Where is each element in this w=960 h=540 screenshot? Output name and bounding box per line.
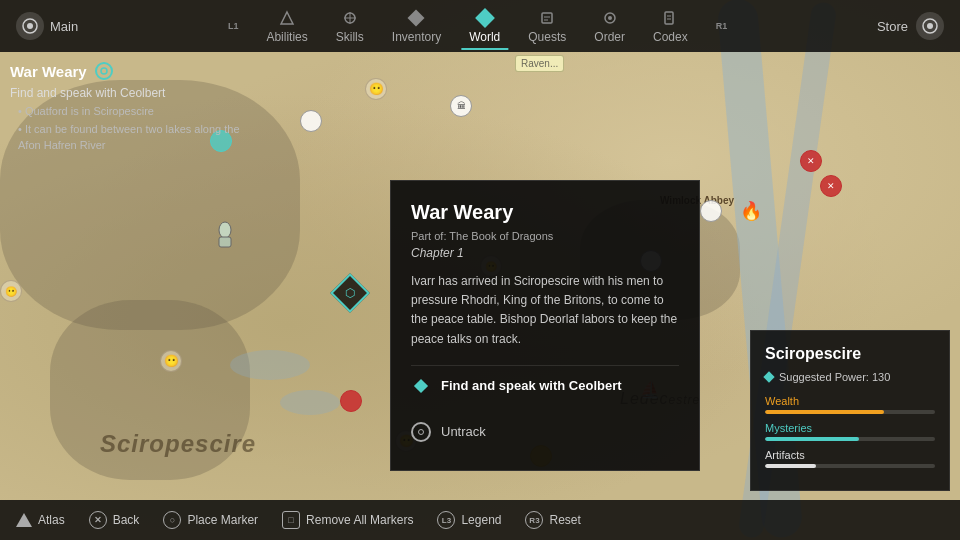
nav-abilities[interactable]: Abilities [252,3,321,50]
region-power: Suggested Power: 130 [765,371,935,383]
store-button[interactable]: Store [877,12,944,40]
region-panel: Sciropescire Suggested Power: 130 Wealth… [750,330,950,491]
svg-point-0 [219,222,231,238]
circle-icon: ○ [163,511,181,529]
quest-hud-objective: Find and speak with Ceolbert [10,86,240,100]
order-icon [601,9,619,27]
nav-l1[interactable]: L1 [214,15,253,37]
r1-label: R1 [716,21,728,31]
quest-marker-active[interactable]: ⬡ [335,278,365,308]
artifacts-bar-fill [765,464,816,468]
quests-icon [538,9,556,27]
player-marker [215,220,235,250]
reset-label: Reset [549,513,580,527]
back-button[interactable]: ✕ Back [89,511,140,529]
panel-objective-row[interactable]: Find and speak with Ceolbert [411,365,679,406]
untrack-row[interactable]: Untrack [411,414,679,450]
region-title: Sciropescire [765,345,935,363]
mysteries-label: Mysteries [765,422,935,434]
l3-icon: L3 [437,511,455,529]
objective-diamond-icon [411,376,431,396]
main-menu-button[interactable]: Main [16,12,78,40]
reset-button[interactable]: R3 Reset [525,511,580,529]
map-marker[interactable]: 😶 [0,280,22,302]
cross-icon: ✕ [89,511,107,529]
panel-chapter: Chapter 1 [411,246,679,260]
region-power-text: Suggested Power: 130 [779,371,890,383]
map-marker-fire[interactable]: 🔥 [740,200,762,222]
triangle-icon [16,513,32,527]
l1-label: L1 [228,21,239,31]
nav-r1[interactable]: R1 [702,15,742,37]
map-marker-circle[interactable] [700,200,722,222]
map-marker-red[interactable]: ✕ [820,175,842,197]
svg-point-17 [927,23,933,29]
atlas-label: Atlas [38,513,65,527]
nav-inventory[interactable]: Inventory [378,3,455,50]
svg-rect-13 [665,12,673,24]
codex-label: Codex [653,30,688,44]
quest-bullet-2: • It can be found between two lakes alon… [10,122,240,153]
svg-point-3 [27,23,33,29]
inventory-icon [407,9,425,27]
region-stat-mysteries: Mysteries [765,422,935,441]
untrack-label: Untrack [441,424,486,439]
store-label: Store [877,19,908,34]
inventory-label: Inventory [392,30,441,44]
region-stat-wealth: Wealth [765,395,935,414]
skills-label: Skills [336,30,364,44]
place-marker-button[interactable]: ○ Place Marker [163,511,258,529]
power-diamond-icon [763,371,774,382]
abilities-label: Abilities [266,30,307,44]
wealth-label: Wealth [765,395,935,407]
panel-description: Ivarr has arrived in Sciropescire with h… [411,272,679,349]
quest-detail-panel: War Weary Part of: The Book of Dragons C… [390,180,700,471]
panel-title: War Weary [411,201,679,224]
quest-tracker-icon [95,62,113,80]
back-label: Back [113,513,140,527]
legend-label: Legend [461,513,501,527]
map-marker-red[interactable]: ✕ [800,150,822,172]
remove-markers-label: Remove All Markers [306,513,413,527]
mysteries-bar-fill [765,437,859,441]
map-marker-red[interactable] [340,390,362,412]
square-icon: □ [282,511,300,529]
map-marker[interactable]: 😶 [365,78,387,100]
world-icon [476,9,494,27]
remove-markers-button[interactable]: □ Remove All Markers [282,511,413,529]
mysteries-bar [765,437,935,441]
quest-hud-title: War Weary [10,63,87,80]
main-label: Main [50,19,78,34]
map-marker[interactable]: 😶 [160,350,182,372]
world-label: World [469,30,500,44]
legend-button[interactable]: L3 Legend [437,511,501,529]
nav-order[interactable]: Order [580,3,639,50]
wealth-bar [765,410,935,414]
region-stat-artifacts: Artifacts [765,449,935,468]
svg-rect-8 [542,13,552,23]
artifacts-bar [765,464,935,468]
panel-objective-text: Find and speak with Ceolbert [441,378,622,393]
store-icon [916,12,944,40]
nav-quests[interactable]: Quests [514,3,580,50]
map-marker-circle[interactable]: 🏛 [450,95,472,117]
top-navigation: Main L1 Abilities Skil [0,0,960,52]
nav-skills[interactable]: Skills [322,3,378,50]
nav-world[interactable]: World [455,3,514,50]
atlas-button[interactable]: Atlas [16,513,65,527]
artifacts-label: Artifacts [765,449,935,461]
svg-rect-1 [219,237,231,247]
nav-items: L1 Abilities Skills [78,3,877,50]
map-marker-circle[interactable] [300,110,322,132]
main-icon [16,12,44,40]
place-marker-label: Place Marker [187,513,258,527]
svg-point-12 [608,16,612,20]
map-label-sciropescire: Sciropescire [100,430,256,458]
quest-hud: War Weary Find and speak with Ceolbert •… [10,62,240,156]
nav-codex[interactable]: Codex [639,3,702,50]
location-label: Raven... [515,55,564,72]
wealth-bar-fill [765,410,884,414]
svg-point-18 [101,68,107,74]
untrack-circle-icon [411,422,431,442]
r3-icon: R3 [525,511,543,529]
